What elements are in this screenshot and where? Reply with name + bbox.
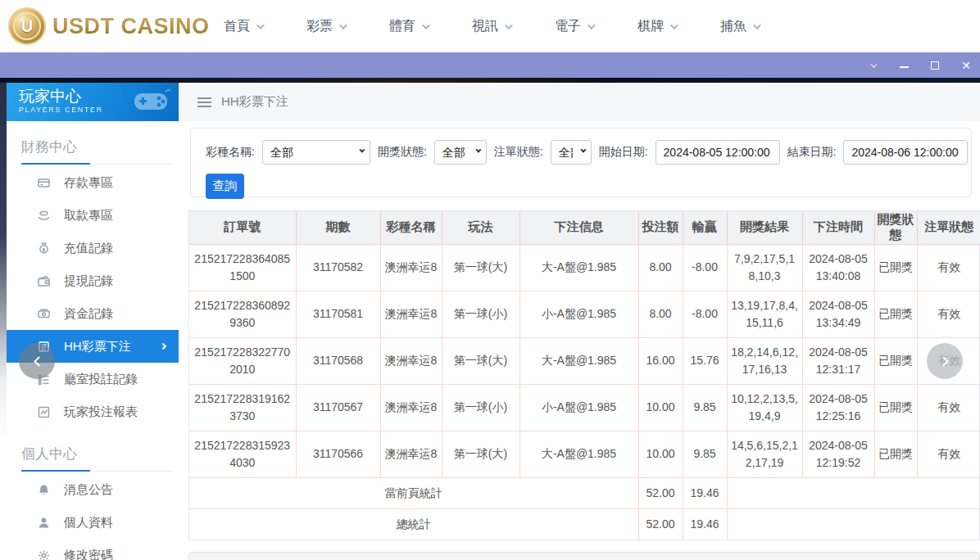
sidebar-header: 玩家中心 PLAYERS CENTER [7,83,179,121]
summary-win-loss: 19.46 [683,477,727,508]
cell-bet-info: 大-A盤@1.985 [519,337,638,384]
chevron-down-icon [422,21,430,29]
cell-play-type: 第一球(小) [442,384,519,431]
start-date-input[interactable] [656,140,780,165]
section-heading-personal: 個人中心 [21,445,164,463]
order-status-label: 注單狀態: [494,145,543,160]
bets-table: 訂單號 期數 彩種名稱 玩法 下注信息 投注額 輸贏 開獎結果 下注時間 開獎狀… [189,211,980,540]
draw-status-select[interactable]: 全部 [434,140,487,165]
sidebar-item-player-bet-report[interactable]: 玩家投注報表 [7,395,179,428]
cell-order-no: 2152172283608929360 [189,291,296,337]
sidebar-item-change-password[interactable]: 修改密碼 [7,539,179,560]
main-content: HH彩票下注 彩種名稱: 全部 開獎狀態: 全部 注單狀態: 全部 [179,83,980,560]
cell-play-type: 第一球(大) [442,431,519,477]
chevron-down-icon [870,61,877,67]
sidebar-item-label: 提現記錄 [64,273,113,289]
sidebar-item-label: 資金記錄 [64,306,113,322]
cell-bet-info: 小-A盤@1.985 [519,291,638,337]
window-titlebar[interactable]: ✕ [0,52,980,78]
col-header-draw-result: 開獎結果 [727,211,802,244]
search-button[interactable]: 查詢 [206,174,244,199]
window-dropdown-button[interactable] [867,60,878,71]
cell-period: 31170567 [296,384,380,431]
summary-empty [727,477,980,508]
chevron-down-icon [505,21,513,29]
sidebar: 玩家中心 PLAYERS CENTER 財務中心 存款專區 [7,83,179,560]
sidebar-item-label: 消息公告 [64,482,113,498]
maximize-icon [931,61,939,70]
nav-item-cards[interactable]: 棋牌 [615,0,698,52]
lottery-name-label: 彩種名稱: [206,145,255,160]
end-date-input[interactable] [843,140,968,165]
cell-draw-status: 已開獎 [874,431,917,477]
cell-period: 31170582 [296,244,380,291]
nav-item-home[interactable]: 首頁 [202,0,284,52]
cell-play-type: 第一球(大) [442,244,519,291]
sidebar-item-profile[interactable]: 個人資料 [7,506,179,539]
cell-win-loss: 15.76 [683,337,727,384]
cell-order-no: 2152172283640851500 [189,244,296,291]
logo-text: USDT CASINO [52,14,210,39]
nav-label: 彩票 [306,18,333,35]
cell-win-loss: -8.00 [683,291,727,337]
cell-play-type: 第一球(小) [442,291,519,337]
nav-label: 電子 [555,18,581,35]
nav-item-live[interactable]: 視訊 [450,0,533,52]
chevron-down-icon [588,21,596,29]
chevron-down-icon [670,21,678,29]
cell-draw-status: 已開獎 [874,291,917,337]
cell-draw-result: 18,2,14,6,12,17,16,13 [727,337,802,384]
scroll-right-button[interactable] [927,343,963,379]
cell-win-loss: -8.00 [683,244,727,291]
cell-draw-result: 10,12,2,13,5,19,4,9 [727,384,802,431]
sidebar-item-cashout-records[interactable]: 提現記錄 [7,264,179,297]
sidebar-item-label: 存款專區 [64,175,113,191]
cell-draw-result: 14,5,6,15,2,12,17,19 [727,431,802,477]
section-heading-finance: 財務中心 [21,138,164,156]
pagination-panel [188,552,980,560]
menu-toggle-icon[interactable] [197,97,211,107]
summary-bet-total: 52.00 [638,477,683,508]
order-status-select[interactable]: 全部 [551,140,592,165]
nav-item-slots[interactable]: 電子 [533,0,615,52]
sidebar-item-withdraw[interactable]: 取款專區 [7,199,179,232]
chevron-right-icon [938,356,949,367]
nav-item-lottery[interactable]: 彩票 [284,0,367,52]
nav-item-fishing[interactable]: 捕魚 [698,0,781,52]
collapse-sidebar-button[interactable] [19,343,55,379]
table-row: 2152172283608929360 31170581 澳洲幸运8 第一球(小… [189,291,980,337]
cell-period: 31170581 [296,291,380,337]
window-left-edge [0,83,7,560]
cell-order-no: 2152172283191623730 [189,384,296,431]
cell-bet-amount: 10.00 [638,384,683,431]
logo[interactable]: U USDT CASINO [8,7,210,45]
window-minimize-button[interactable] [898,60,910,71]
nav-item-sports[interactable]: 體育 [367,0,450,52]
sidebar-item-announcements[interactable]: 消息公告 [7,473,179,506]
chevron-right-icon [160,343,166,350]
page-title: HH彩票下注 [221,94,288,110]
col-header-bet-info: 下注信息 [519,211,638,244]
summary-empty [727,508,980,540]
table-header-row: 訂單號 期數 彩種名稱 玩法 下注信息 投注額 輸贏 開獎結果 下注時間 開獎狀… [189,211,980,244]
nav-label: 捕魚 [720,18,746,35]
gear-icon [37,549,50,560]
window-close-button[interactable]: ✕ [960,60,972,71]
sidebar-item-deposit[interactable]: 存款專區 [7,166,179,199]
lottery-name-select[interactable]: 全部 [262,140,370,165]
section-divider [21,470,174,472]
sidebar-item-label: 廳室投註記錄 [64,372,138,387]
chevron-left-icon [34,356,44,367]
sidebar-item-recharge-records[interactable]: 充值記錄 [7,232,179,264]
table-row: 2152172283159234030 31170566 澳洲幸运8 第一球(大… [189,431,980,477]
user-icon [37,517,50,529]
cell-lottery-name: 澳洲幸运8 [380,337,442,384]
sidebar-item-label: HH彩票下注 [64,339,131,355]
col-header-order-no: 訂單號 [189,211,296,244]
bets-table-container: 訂單號 期數 彩種名稱 玩法 下注信息 投注額 輸贏 開獎結果 下注時間 開獎狀… [188,210,980,540]
summary-row-total: 總統計 52.00 19.46 [189,508,980,540]
sidebar-item-fund-records[interactable]: 資金記錄 [7,297,179,330]
cell-order-status: 有效 [917,244,980,291]
deposit-card-icon [37,177,50,189]
window-maximize-button[interactable] [929,60,941,71]
